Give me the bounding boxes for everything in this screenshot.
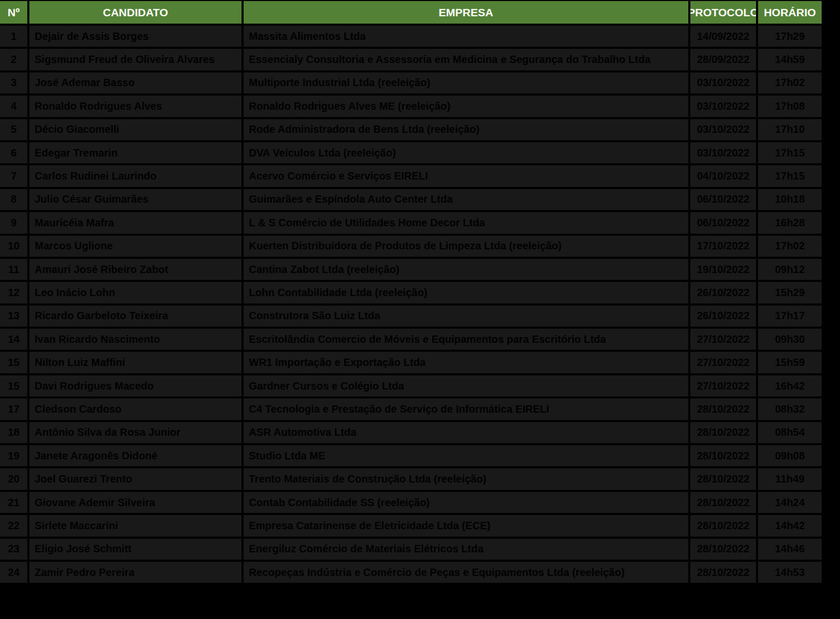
cell-empresa: WR1 Importação e Exportação Ltda bbox=[244, 352, 688, 373]
cell-num: 19 bbox=[0, 445, 27, 466]
cell-empresa: L & S Comércio de Utilidades Home Decor … bbox=[244, 212, 688, 233]
cell-candidato: Amauri José Ribeiro Zabot bbox=[29, 259, 242, 280]
cell-num: 6 bbox=[0, 142, 27, 163]
cell-horario: 08h54 bbox=[758, 422, 822, 443]
cell-empresa: Trento Materiais de Construção Ltda (ree… bbox=[244, 468, 688, 489]
cell-protocolo: 03/10/2022 bbox=[690, 96, 756, 117]
cell-candidato: Edegar Tremarin bbox=[29, 142, 242, 163]
cell-horario: 15h59 bbox=[758, 352, 822, 373]
cell-horario: 17h15 bbox=[758, 142, 822, 163]
cell-horario: 16h42 bbox=[758, 375, 822, 396]
cell-protocolo: 28/10/2022 bbox=[690, 422, 756, 443]
cell-empresa: Massita Alimentos Ltda bbox=[244, 26, 688, 47]
cell-num: 8 bbox=[0, 189, 27, 210]
cell-protocolo: 19/10/2022 bbox=[690, 259, 756, 280]
cell-horario: 17h02 bbox=[758, 72, 822, 93]
cell-protocolo: 28/10/2022 bbox=[690, 468, 756, 489]
cell-empresa: Energiluz Comércio de Materiais Elétrico… bbox=[244, 539, 688, 560]
cell-protocolo: 03/10/2022 bbox=[690, 142, 756, 163]
cell-num: 15 bbox=[0, 375, 27, 396]
column-header-candidato: CANDIDATO bbox=[29, 1, 242, 24]
cell-empresa: Acervo Comércio e Serviços EIRELI bbox=[244, 165, 688, 186]
cell-empresa: Rode Administradora de Bens Ltda (reelei… bbox=[244, 119, 688, 140]
cell-protocolo: 28/10/2022 bbox=[690, 515, 756, 536]
cell-empresa: DVA Veículos Ltda (reeleição) bbox=[244, 142, 688, 163]
cell-num: 1 bbox=[0, 26, 27, 47]
cell-candidato: Eligio José Schmitt bbox=[29, 539, 242, 560]
cell-protocolo: 06/10/2022 bbox=[690, 212, 756, 233]
cell-horario: 09h08 bbox=[758, 445, 822, 466]
cell-num: 3 bbox=[0, 72, 27, 93]
cell-empresa: C4 Tecnologia e Prestação de Serviço de … bbox=[244, 398, 688, 419]
cell-candidato: Carlos Rudinei Laurindo bbox=[29, 165, 242, 186]
cell-protocolo: 14/09/2022 bbox=[690, 26, 756, 47]
cell-empresa: Construtora São Luiz Ltda bbox=[244, 306, 688, 327]
cell-empresa: Guimarães e Espíndola Auto Center Ltda bbox=[244, 189, 688, 210]
cell-horario: 17h29 bbox=[758, 26, 822, 47]
cell-horario: 14h42 bbox=[758, 515, 822, 536]
cell-protocolo: 28/10/2022 bbox=[690, 539, 756, 560]
cell-num: 12 bbox=[0, 282, 27, 303]
cell-num: 24 bbox=[0, 562, 27, 583]
cell-horario: 14h53 bbox=[758, 562, 822, 583]
cell-protocolo: 26/10/2022 bbox=[690, 306, 756, 327]
cell-candidato: Nilton Luiz Maffini bbox=[29, 352, 242, 373]
cell-horario: 14h46 bbox=[758, 539, 822, 560]
cell-protocolo: 28/10/2022 bbox=[690, 445, 756, 466]
cell-empresa: ASR Automotiva Ltda bbox=[244, 422, 688, 443]
cell-num: 4 bbox=[0, 96, 27, 117]
cell-candidato: Marcos Uglione bbox=[29, 236, 242, 257]
cell-candidato: Décio Giacomelli bbox=[29, 119, 242, 140]
cell-empresa: Cantina Zabot Ltda (reeleição) bbox=[244, 259, 688, 280]
page: Nº CANDIDATO EMPRESA PROTOCOLO HORÁRIO 1… bbox=[0, 0, 840, 619]
cell-empresa: Gardner Cursos e Colégio Ltda bbox=[244, 375, 688, 396]
cell-protocolo: 27/10/2022 bbox=[690, 329, 756, 350]
cell-horario: 14h24 bbox=[758, 492, 822, 513]
cell-candidato: Davi Rodrigues Macedo bbox=[29, 375, 242, 396]
cell-num: 22 bbox=[0, 515, 27, 536]
cell-protocolo: 06/10/2022 bbox=[690, 189, 756, 210]
cell-empresa: Ronaldo Rodrigues Alves ME (reeleição) bbox=[244, 96, 688, 117]
cell-horario: 14h59 bbox=[758, 49, 822, 70]
cell-protocolo: 28/10/2022 bbox=[690, 562, 756, 583]
cell-candidato: Sigsmund Freud de Oliveira Alvares bbox=[29, 49, 242, 70]
cell-candidato: Joel Guarezi Trento bbox=[29, 468, 242, 489]
cell-empresa: Empresa Catarinense de Eletricidade Ltda… bbox=[244, 515, 688, 536]
cell-candidato: Giovane Ademir Silveira bbox=[29, 492, 242, 513]
cell-candidato: Sirlete Maccarini bbox=[29, 515, 242, 536]
cell-num: 14 bbox=[0, 329, 27, 350]
cell-num: 2 bbox=[0, 49, 27, 70]
cell-candidato: Janete Aragonês Didoné bbox=[29, 445, 242, 466]
cell-empresa: Recopeças Indústria e Comércio de Peças … bbox=[244, 562, 688, 583]
cell-candidato: Ivan Ricardo Nascimento bbox=[29, 329, 242, 350]
cell-num: 18 bbox=[0, 422, 27, 443]
column-header-horario: HORÁRIO bbox=[758, 1, 822, 24]
cell-horario: 17h17 bbox=[758, 306, 822, 327]
cell-candidato: Ronaldo Rodrigues Alves bbox=[29, 96, 242, 117]
cell-num: 20 bbox=[0, 468, 27, 489]
cell-protocolo: 27/10/2022 bbox=[690, 375, 756, 396]
cell-candidato: Antônio Silva da Rosa Junior bbox=[29, 422, 242, 443]
cell-num: 21 bbox=[0, 492, 27, 513]
cell-empresa: Escritolândia Comercio de Móveis e Equip… bbox=[244, 329, 688, 350]
cell-num: 10 bbox=[0, 236, 27, 257]
cell-horario: 17h10 bbox=[758, 119, 822, 140]
cell-num: 7 bbox=[0, 165, 27, 186]
candidates-table: Nº CANDIDATO EMPRESA PROTOCOLO HORÁRIO 1… bbox=[0, 1, 822, 583]
cell-horario: 09h12 bbox=[758, 259, 822, 280]
cell-candidato: José Ademar Basso bbox=[29, 72, 242, 93]
cell-candidato: Dejair de Assis Borges bbox=[29, 26, 242, 47]
column-header-protocolo: PROTOCOLO bbox=[690, 1, 756, 24]
cell-protocolo: 26/10/2022 bbox=[690, 282, 756, 303]
cell-horario: 15h29 bbox=[758, 282, 822, 303]
cell-num: 5 bbox=[0, 119, 27, 140]
cell-horario: 17h02 bbox=[758, 236, 822, 257]
cell-horario: 11h49 bbox=[758, 468, 822, 489]
cell-empresa: Lohn Contabilidade Ltda (reeleição) bbox=[244, 282, 688, 303]
cell-num: 15 bbox=[0, 352, 27, 373]
cell-candidato: Leo Inácio Lohn bbox=[29, 282, 242, 303]
cell-protocolo: 28/10/2022 bbox=[690, 398, 756, 419]
cell-empresa: Kuerten Distribuidora de Produtos de Lim… bbox=[244, 236, 688, 257]
cell-num: 23 bbox=[0, 539, 27, 560]
cell-horario: 09h30 bbox=[758, 329, 822, 350]
